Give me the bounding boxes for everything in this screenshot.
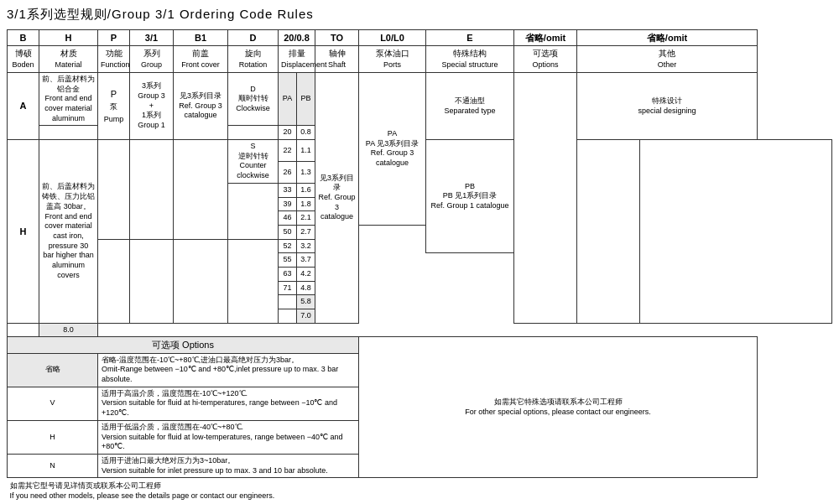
sub-header-row: 博硕 Boden 材质 Material 功能 Function 系列 Grou…	[8, 46, 832, 73]
disp-16: 1.6	[297, 183, 315, 197]
option-H-code: H	[8, 420, 98, 454]
header-codes-row: B H P 3/1 B1 D 20/0.8 TO L0/L0 E 省略/omit…	[8, 30, 832, 46]
disp-80: 8.0	[39, 323, 98, 337]
code-31: 3/1	[130, 30, 174, 46]
option-N-code: N	[8, 454, 98, 477]
options-empty	[514, 72, 577, 323]
sub-boden: 博硕 Boden	[8, 46, 39, 73]
row-disp-80: 8.0	[8, 323, 832, 337]
disp-PA-header: PA	[279, 72, 297, 125]
option-V-code: V	[8, 387, 98, 420]
code-displacement: 20/0.8	[279, 30, 315, 46]
series-31-b	[98, 140, 130, 240]
rotation-empty	[228, 183, 279, 239]
footer-left: 如需其它型号请见详情页或联系本公司工程师 If you need other m…	[8, 478, 359, 503]
options-header-label: 可选项 Options	[8, 337, 359, 353]
b1-ref-e	[174, 239, 228, 323]
b1-ref-d	[130, 239, 174, 323]
disp-22: 22	[279, 140, 297, 162]
disp-58: 5.8	[297, 295, 315, 309]
code-omit2: 省略/omit	[577, 30, 758, 46]
disp-46: 46	[279, 211, 297, 226]
option-N-text: 适用于进油口最大绝对压力为3~10bar。 Version suitable f…	[98, 454, 359, 477]
ports-PA: PA PA 见3系列目录 Ref. Group 3 catalogue	[359, 72, 426, 225]
code-B: B	[8, 30, 39, 46]
code-P: P	[98, 30, 130, 46]
boden-label-A: A	[8, 72, 39, 139]
disp-50: 50	[279, 225, 297, 239]
disp-52: 52	[279, 239, 297, 253]
disp-20: 20	[279, 126, 297, 140]
shaft-ref: 见3系列目录 Ref. Group 3 catalogue	[315, 72, 359, 323]
footer-right-cell: 如需其它特殊选项请联系本公司工程师 For other special opti…	[359, 337, 758, 478]
disp-37: 3.7	[297, 253, 315, 268]
sub-function: 功能 Function	[98, 46, 130, 73]
options-header-row: 可选项 Options 如需其它特殊选项请联系本公司工程师 For other …	[8, 337, 832, 353]
disp-71: 71	[279, 281, 297, 295]
option-omit-code: 省略	[8, 353, 98, 387]
code-B1: B1	[174, 30, 228, 46]
disp-08: 0.8	[297, 126, 315, 140]
disp-18: 1.8	[297, 197, 315, 211]
disp-empty2	[279, 309, 297, 324]
disp-empty3	[8, 323, 39, 337]
rotation-S: S 逆时针转 Counter clockwise	[228, 140, 279, 184]
material-A: 前、后盖材料为铝合金 Front and end cover material …	[39, 72, 98, 125]
disp-33: 33	[279, 183, 297, 197]
ports-PB: PB PB 见1系列目录 Ref. Group 1 catalogue	[426, 140, 514, 253]
disp-42: 4.2	[297, 267, 315, 281]
special-design: 特殊设计 special designing	[577, 72, 758, 139]
special-empty	[577, 140, 640, 324]
rotation-S-placeholder	[228, 126, 279, 140]
option-V-text: 适用于高温介质，温度范围在-10℃~+120℃. Version suitabl…	[98, 387, 359, 420]
b1-ref-b	[130, 140, 174, 240]
material-H: 前、后盖材料为铸铁、压力比铝盖高 30bar。 Front and end co…	[39, 140, 98, 324]
row-A: A 前、后盖材料为铝合金 Front and end cover materia…	[8, 72, 832, 125]
code-D: D	[228, 30, 279, 46]
disp-13: 1.3	[297, 161, 315, 183]
sub-material: 材质 Material	[39, 46, 98, 73]
disp-39: 39	[279, 197, 297, 211]
boden-label-H: H	[8, 140, 39, 324]
code-omit1: 省略/omit	[514, 30, 577, 46]
other-empty	[640, 140, 832, 324]
footer-right-empty	[359, 478, 758, 503]
b1-ref: 见3系列目录 Ref. Group 3 catalogue	[174, 72, 228, 139]
footer-row: 如需其它型号请见详情页或联系本公司工程师 If you need other m…	[8, 478, 832, 503]
disp-48: 4.8	[297, 281, 315, 295]
disp-empty1	[279, 295, 297, 309]
b1-ref-c	[174, 140, 228, 240]
series-31-c	[98, 239, 130, 323]
disp-63: 63	[279, 267, 297, 281]
option-omit-text: 省略-温度范围在-10℃~+80℃,进油口最高绝对压力为3bar。 Omit-R…	[98, 353, 359, 387]
disp-70: 7.0	[297, 309, 315, 324]
page-title: 3/1系列选型规则/Group 3/1 Ordering Code Rules	[7, 7, 832, 23]
sub-other: 其他 Other	[577, 46, 758, 73]
code-TO: TO	[315, 30, 359, 46]
sub-frontcover: 前盖 Front cover	[174, 46, 228, 73]
disp-PB-header: PB	[297, 72, 315, 125]
code-E: E	[426, 30, 514, 46]
function-P: P 泵 Pump	[98, 72, 130, 139]
disp-55: 55	[279, 253, 297, 268]
sub-group: 系列 Group	[130, 46, 174, 73]
disp-21: 2.1	[297, 211, 315, 226]
disp-26: 26	[279, 161, 297, 183]
sub-options: 可选项 Options	[514, 46, 577, 73]
disp-27: 2.7	[297, 225, 315, 239]
sub-special: 特殊结构 Special structure	[426, 46, 514, 73]
material-H-placeholder	[39, 126, 98, 140]
sub-ports: 泵体油口 Ports	[359, 46, 426, 73]
sub-rotation: 旋向 Rotation	[228, 46, 279, 73]
special-separated: 不通油型 Separated type	[426, 72, 514, 139]
code-L0: L0/L0	[359, 30, 426, 46]
option-H-text: 适用于低温介质，温度范围在-40℃~+80℃. Version suitable…	[98, 420, 359, 454]
code-H: H	[39, 30, 98, 46]
rotation-empty2	[228, 239, 279, 323]
disp-11: 1.1	[297, 140, 315, 162]
disp-32: 3.2	[297, 239, 315, 253]
sub-displacement: 排量 Displacement	[279, 46, 315, 73]
series-31: 3系列 Group 3 + 1系列 Group 1	[130, 72, 174, 139]
rotation-D: D 顺时针转 Clockwise	[228, 72, 279, 125]
